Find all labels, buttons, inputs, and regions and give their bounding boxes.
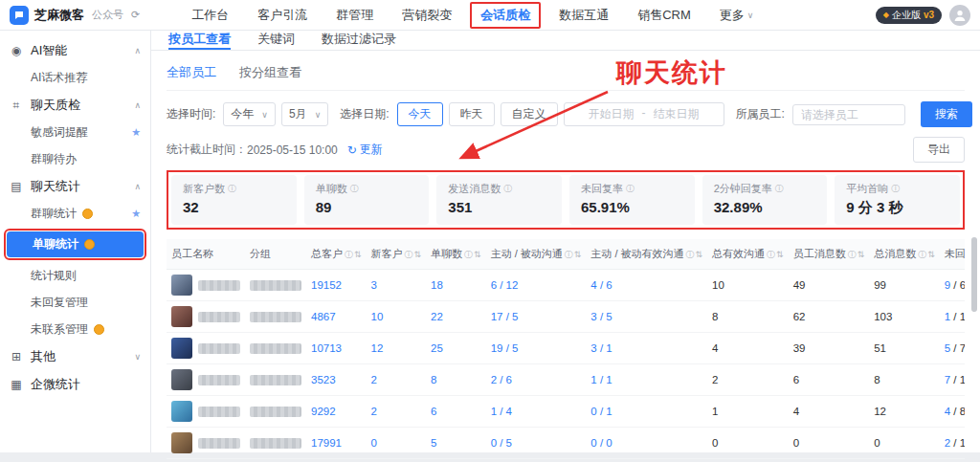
user-avatar[interactable] (949, 5, 970, 26)
tab-by-employee[interactable]: 按员工查看 (168, 31, 231, 50)
month-select[interactable]: 5月 ∨ (281, 102, 328, 126)
active-passive-value[interactable]: 17 / 5 (491, 311, 519, 322)
sidebar-item-uncontacted-mgmt[interactable]: 未联系管理 (0, 316, 150, 342)
col-staff-messages[interactable]: 员工消息数ⓘ⇅ (789, 239, 870, 270)
single-chats-value[interactable]: 18 (431, 279, 443, 291)
year-select[interactable]: 今年 ∨ (223, 102, 276, 126)
col-unreplied-rate[interactable]: 未回复 / 未回复率ⓘ⇅ (940, 239, 965, 270)
sidebar-section-ai[interactable]: ◉ AI智能 ∧ (0, 36, 150, 64)
active-passive-value[interactable]: 2 / 6 (491, 374, 512, 385)
sidebar-item-ai-script[interactable]: AI话术推荐 (0, 64, 150, 91)
total-customers-value[interactable]: 10713 (311, 342, 342, 354)
sidebar-section-qiwei-stats[interactable]: ▦ 企微统计 (0, 370, 150, 398)
nav-conversation-qc[interactable]: 会话质检 (480, 8, 530, 22)
sidebar-item-unreplied-mgmt[interactable]: 未回复管理 (0, 289, 150, 316)
active-passive-valid-value[interactable]: 1 / 1 (590, 374, 612, 385)
new-customers-value[interactable]: 3 (371, 279, 377, 291)
total-customers-value[interactable]: 9292 (311, 406, 336, 417)
active-passive-value[interactable]: 19 / 5 (491, 342, 519, 354)
col-single-chats[interactable]: 单聊数ⓘ⇅ (426, 239, 486, 270)
new-customers-value[interactable]: 2 (371, 374, 377, 385)
col-active-passive[interactable]: 主动 / 被动沟通ⓘ⇅ (486, 239, 587, 270)
col-total-messages[interactable]: 总消息数ⓘ⇅ (869, 239, 940, 270)
info-icon[interactable]: ⓘ (848, 250, 857, 259)
app-logo[interactable]: 芝麻微客 公众号 ⟳ (10, 6, 140, 25)
active-passive-valid-value[interactable]: 4 / 6 (590, 279, 612, 291)
star-icon[interactable]: ★ (131, 208, 141, 220)
plan-badge[interactable]: ◆ 企业版 v3 (876, 7, 942, 24)
sort-icon[interactable]: ⇅ (474, 250, 481, 259)
single-chats-value[interactable]: 5 (431, 437, 436, 449)
table-row[interactable]: 19152 3 18 6 / 12 4 / 6 10 49 99 9 / 64.… (167, 270, 965, 301)
vertical-scrollbar[interactable] (971, 237, 977, 312)
col-new-customers[interactable]: 新客户ⓘ⇅ (367, 239, 427, 270)
search-button[interactable]: 搜索 (921, 101, 972, 127)
new-customers-value[interactable]: 0 (371, 437, 377, 449)
single-chats-value[interactable]: 8 (431, 374, 436, 385)
active-passive-valid-value[interactable]: 0 / 0 (590, 437, 612, 449)
tab-keywords[interactable]: 关键词 (257, 31, 295, 50)
info-icon[interactable]: ⓘ (464, 250, 473, 259)
new-customers-value[interactable]: 2 (371, 406, 377, 417)
nav-group-management[interactable]: 群管理 (336, 7, 373, 24)
active-passive-valid-value[interactable]: 3 / 5 (590, 311, 612, 322)
sort-icon[interactable]: ⇅ (776, 250, 784, 259)
total-customers-value[interactable]: 4867 (311, 311, 336, 322)
tab-filter-records[interactable]: 数据过滤记录 (322, 31, 396, 50)
table-row[interactable]: 4867 10 22 17 / 5 3 / 5 8 62 103 1 / 12.… (167, 301, 965, 333)
active-passive-valid-value[interactable]: 0 / 1 (590, 406, 612, 417)
nav-marketing-fission[interactable]: 营销裂变 (402, 7, 452, 24)
single-chats-value[interactable]: 25 (431, 342, 443, 354)
info-icon[interactable]: ⓘ (503, 183, 512, 195)
info-icon[interactable]: ⓘ (775, 183, 784, 195)
nav-data-interop[interactable]: 数据互通 (559, 7, 609, 24)
staff-input[interactable] (792, 104, 905, 125)
sort-icon[interactable]: ⇅ (927, 250, 935, 259)
info-icon[interactable]: ⓘ (228, 183, 236, 195)
subtab-all-employees[interactable]: 全部员工 (167, 64, 216, 81)
sidebar-item-group-todo[interactable]: 群聊待办 (0, 145, 150, 172)
info-icon[interactable]: ⓘ (891, 183, 900, 195)
quick-today-button[interactable]: 今天 (397, 102, 443, 126)
table-row[interactable]: 17991 0 5 0 / 5 0 / 0 0 0 0 2 / 100.00% (167, 428, 965, 459)
active-passive-value[interactable]: 1 / 4 (491, 406, 512, 417)
info-icon[interactable]: ⓘ (626, 183, 635, 195)
sort-icon[interactable]: ⇅ (574, 250, 582, 259)
single-chats-value[interactable]: 6 (431, 406, 436, 417)
new-customers-value[interactable]: 10 (371, 311, 384, 322)
sort-icon[interactable]: ⇅ (354, 250, 362, 259)
col-total-valid[interactable]: 总有效沟通ⓘ⇅ (707, 239, 789, 270)
total-customers-value[interactable]: 19152 (311, 279, 342, 291)
sidebar-item-group-chat-stats[interactable]: 群聊统计 ★ (0, 200, 150, 227)
export-button[interactable]: 导出 (913, 137, 965, 163)
nav-workbench[interactable]: 工作台 (191, 7, 229, 24)
info-icon[interactable]: ⓘ (350, 183, 359, 195)
total-customers-value[interactable]: 3523 (311, 374, 336, 385)
table-row[interactable]: 10713 12 25 19 / 5 3 / 1 4 39 51 5 / 71.… (167, 333, 965, 364)
sidebar-section-other[interactable]: ⊞ 其他 ∨ (0, 342, 150, 370)
info-icon[interactable]: ⓘ (686, 250, 695, 259)
new-customers-value[interactable]: 12 (371, 342, 384, 354)
sidebar-item-single-chat-stats[interactable]: 单聊统计 (7, 231, 144, 257)
sort-icon[interactable]: ⇅ (696, 250, 703, 259)
sidebar-item-sensitive-words[interactable]: 敏感词提醒 ★ (0, 119, 150, 145)
single-chats-value[interactable]: 22 (431, 311, 443, 322)
refresh-link[interactable]: ↻ 更新 (347, 142, 383, 158)
nav-sales-crm[interactable]: 销售CRM (637, 7, 691, 24)
nav-customer-acquisition[interactable]: 客户引流 (257, 7, 307, 24)
info-icon[interactable]: ⓘ (767, 250, 775, 259)
active-passive-valid-value[interactable]: 3 / 1 (590, 342, 612, 354)
table-row[interactable]: 9292 2 6 1 / 4 0 / 1 1 4 12 4 / 80.00% (167, 396, 965, 428)
subtab-by-group[interactable]: 按分组查看 (239, 64, 301, 81)
info-icon[interactable]: ⓘ (405, 250, 413, 259)
col-total-customers[interactable]: 总客户ⓘ⇅ (306, 239, 367, 270)
sort-icon[interactable]: ⇅ (858, 250, 865, 259)
info-icon[interactable]: ⓘ (345, 250, 353, 259)
total-customers-value[interactable]: 17991 (311, 437, 342, 449)
sidebar-section-chat-stats[interactable]: ▤ 聊天统计 ∧ (0, 172, 150, 200)
info-icon[interactable]: ⓘ (918, 250, 926, 259)
active-passive-value[interactable]: 6 / 12 (491, 279, 519, 291)
switch-account-icon[interactable]: ⟳ (131, 9, 140, 21)
sort-icon[interactable]: ⇅ (414, 250, 422, 259)
nav-more[interactable]: 更多∨ (720, 7, 754, 24)
